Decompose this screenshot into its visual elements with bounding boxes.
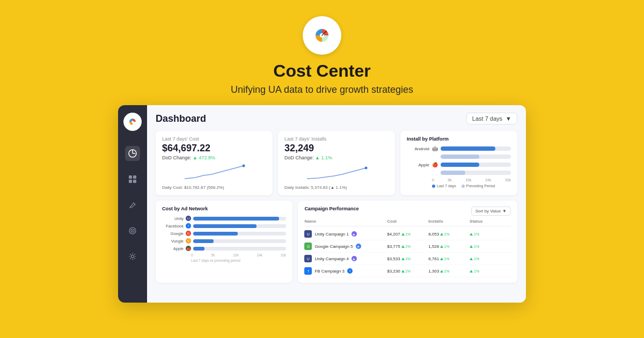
unity-label: Unity	[162, 216, 184, 221]
unity-bar	[193, 217, 279, 221]
google-bar-track	[193, 232, 286, 236]
table-row: U Unity Campaign 4 ◈ $3,533 1% 6,761 1%	[304, 253, 511, 265]
installs-daily: Daily Installs: 5,374.83 (▲ 1.1%)	[284, 185, 389, 190]
fb3-icon: f	[304, 267, 312, 275]
up-icon	[440, 270, 443, 273]
installs-card: Last 7 days' Installs 32,249 DoD Change:…	[278, 131, 395, 195]
installs-dod-value: ▲ 1.1%	[315, 155, 332, 160]
campaign-unity4-name: U Unity Campaign 4 ◈	[304, 255, 387, 262]
fb3-label: FB Campaign 3	[314, 269, 345, 274]
cost-daily: Daily Cost: $10,782.87 (568.2%)	[162, 185, 266, 190]
cost-dod-label: DoD Change:	[162, 155, 192, 160]
network-title: Cost by Ad Network	[162, 206, 286, 211]
hero-section: Cost Center Unifying UA data to drive gr…	[231, 0, 413, 95]
apple-net-bar-track	[193, 247, 286, 251]
facebook-bar	[193, 224, 257, 228]
svg-point-3	[131, 121, 134, 123]
cost-label: Last 7 days' Cost	[162, 136, 266, 142]
unity1-network-badge: ◈	[352, 231, 357, 237]
bottom-row: Cost by Ad Network Unity U Facebook f	[156, 201, 517, 283]
installs-dod-label: DoD Change:	[284, 155, 314, 160]
sidebar-item-grid[interactable]	[125, 172, 140, 187]
unity1-cost: $4,207 1%	[387, 232, 428, 237]
svg-rect-5	[129, 175, 132, 179]
apple-net-label: Apple	[162, 246, 184, 251]
sidebar-item-settings[interactable]	[125, 249, 140, 264]
network-axis: 0 5k 10k 24k 32k	[162, 253, 286, 257]
android-bar-current	[441, 146, 495, 151]
unity4-network-badge: ◈	[352, 256, 357, 261]
unity1-icon: U	[304, 230, 312, 238]
campaign-title: Campaign Performance	[304, 206, 358, 211]
app-subtitle: Unifying UA data to drive growth strateg…	[231, 84, 413, 95]
sidebar-item-analytics[interactable]	[125, 146, 140, 161]
chevron-down-icon: ▼	[506, 115, 511, 122]
vungle-icon: V	[186, 238, 191, 244]
platform-card: Install by Platform Android 🤖 🤖	[400, 131, 517, 195]
google5-icon: G	[304, 243, 312, 250]
unity1-label: Unity Campaign 1	[314, 232, 349, 237]
network-note: Last 7 days vs preceding period	[162, 259, 286, 262]
apple-preceding-row: 🍎	[407, 170, 511, 175]
svg-point-12	[131, 255, 134, 258]
date-range-label: Last 7 days	[472, 115, 502, 122]
campaign-card: Campaign Performance Sort by Value ▼ Nam…	[298, 201, 517, 283]
cost-mini-chart	[162, 163, 266, 182]
svg-point-13	[243, 165, 245, 167]
fb3-cost: $3,230 1%	[387, 269, 428, 274]
up-icon	[401, 270, 405, 273]
apple-net-bar	[193, 247, 204, 251]
unity1-status: 1%	[470, 232, 511, 237]
unity1-installs: 8,053 1%	[428, 232, 470, 237]
up-icon	[470, 270, 473, 273]
vungle-bar-track	[193, 239, 286, 243]
apple-row: Apple 🍎	[407, 162, 511, 167]
fb3-network-badge: f	[347, 268, 353, 274]
facebook-bar-track	[193, 224, 286, 228]
sort-button[interactable]: Sort by Value ▼	[471, 207, 511, 216]
legend-current: Last 7 days	[432, 184, 456, 188]
apple-net-bar-row: Apple 🍎	[162, 246, 286, 251]
table-row: U Unity Campaign 1 ◈ $4,207 1% 8,053 1%	[304, 228, 511, 240]
unity4-label: Unity Campaign 4	[314, 256, 349, 261]
unity4-cost: $3,533 1%	[387, 256, 428, 261]
up-icon	[401, 258, 405, 260]
vungle-label: Vungle	[162, 239, 184, 244]
up-icon	[401, 233, 405, 236]
up-icon	[440, 258, 443, 260]
vungle-bar-row: Vungle V	[162, 238, 286, 244]
svg-rect-8	[133, 180, 136, 183]
sidebar-item-target[interactable]	[125, 223, 140, 238]
app-logo	[303, 16, 341, 55]
cost-card: Last 7 days' Cost $64,697.22 DoD Change:…	[156, 131, 273, 195]
apple-bar-preceding	[441, 171, 465, 175]
google5-label: Google Campaign 5	[314, 244, 353, 249]
up-icon	[440, 245, 443, 248]
cost-dod: DoD Change: ▲ 472.8%	[162, 155, 266, 160]
vungle-bar	[193, 239, 214, 243]
platform-legend: Last 7 days Preceding Period	[407, 184, 511, 188]
installs-value: 32,249	[284, 143, 389, 154]
android-label: Android	[407, 146, 429, 151]
facebook-bar-row: Facebook f	[162, 223, 286, 229]
legend-current-dot	[432, 185, 435, 188]
cost-dod-value: ▲ 472.8%	[193, 155, 215, 160]
network-bars: Unity U Facebook f Google	[162, 216, 286, 251]
legend-preceding: Preceding Period	[462, 184, 495, 188]
installs-dod: DoD Change: ▲ 1.1%	[284, 155, 389, 160]
up-icon	[440, 233, 443, 236]
legend-preceding-dot	[462, 185, 465, 188]
google5-cost: $3,775 1%	[387, 244, 428, 249]
date-selector[interactable]: Last 7 days ▼	[466, 113, 517, 124]
campaign-unity1-name: U Unity Campaign 1 ◈	[304, 230, 387, 238]
android-row: Android 🤖	[407, 146, 511, 151]
sidebar-item-edit[interactable]	[125, 197, 140, 212]
apple-bar-preceding-track	[441, 171, 511, 175]
unity-bar-track	[193, 217, 286, 221]
svg-point-14	[365, 167, 368, 170]
apple-net-icon: 🍎	[186, 246, 191, 251]
apple-bar-current	[441, 163, 479, 167]
google5-installs: 1,528 1%	[428, 244, 470, 249]
network-card: Cost by Ad Network Unity U Facebook f	[156, 201, 292, 283]
legend-current-label: Last 7 days	[437, 184, 456, 188]
